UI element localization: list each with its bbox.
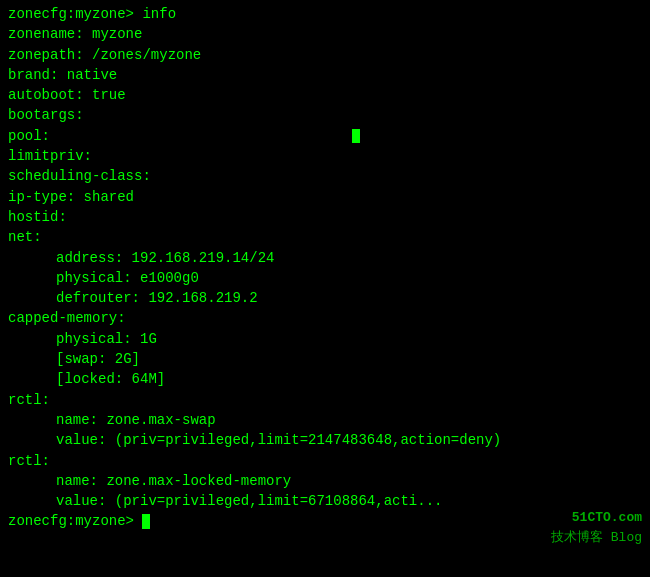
terminal-line-1: zonename: myzone <box>8 24 642 44</box>
terminal: zonecfg:myzone> infozonename: myzonezone… <box>0 0 650 577</box>
terminal-line-6: pool: <box>8 126 642 146</box>
terminal-line-0: zonecfg:myzone> info <box>8 4 642 24</box>
terminal-line-16: physical: 1G <box>8 329 642 349</box>
block-cursor <box>352 129 360 143</box>
terminal-line-17: [swap: 2G] <box>8 349 642 369</box>
terminal-cursor <box>142 514 150 529</box>
watermark-line2: 技术博客 Blog <box>551 530 642 545</box>
terminal-line-5: bootargs: <box>8 105 642 125</box>
terminal-line-4: autoboot: true <box>8 85 642 105</box>
terminal-line-3: brand: native <box>8 65 642 85</box>
terminal-line-24: value: (priv=privileged,limit=67108864,a… <box>8 491 642 511</box>
terminal-line-20: name: zone.max-swap <box>8 410 642 430</box>
terminal-line-22: rctl: <box>8 451 642 471</box>
terminal-line-8: scheduling-class: <box>8 166 642 186</box>
terminal-line-25: zonecfg:myzone> <box>8 511 642 531</box>
terminal-line-13: physical: e1000g0 <box>8 268 642 288</box>
terminal-line-9: ip-type: shared <box>8 187 642 207</box>
terminal-line-12: address: 192.168.219.14/24 <box>8 248 642 268</box>
terminal-line-7: limitpriv: <box>8 146 642 166</box>
terminal-line-18: [locked: 64M] <box>8 369 642 389</box>
watermark-line3: Blog <box>611 530 642 545</box>
watermark: 51CTO.com技术博客 Blog <box>551 508 642 547</box>
terminal-line-14: defrouter: 192.168.219.2 <box>8 288 642 308</box>
terminal-line-23: name: zone.max-locked-memory <box>8 471 642 491</box>
terminal-line-11: net: <box>8 227 642 247</box>
terminal-line-19: rctl: <box>8 390 642 410</box>
terminal-line-2: zonepath: /zones/myzone <box>8 45 642 65</box>
terminal-line-21: value: (priv=privileged,limit=2147483648… <box>8 430 642 450</box>
terminal-line-15: capped-memory: <box>8 308 642 328</box>
terminal-line-10: hostid: <box>8 207 642 227</box>
watermark-line1: 51CTO.com <box>572 510 642 525</box>
